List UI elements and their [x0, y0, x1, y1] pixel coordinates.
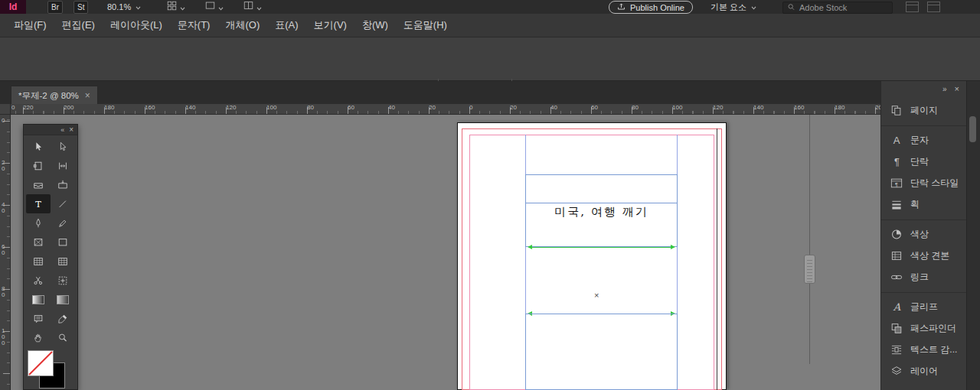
swatches-panel-button[interactable]: 색상 견본	[881, 245, 966, 266]
menu-item[interactable]: 개체(O)	[217, 14, 267, 37]
eyedropper-tool[interactable]	[51, 309, 75, 328]
vertical-ruler[interactable]: 02 04 06 08 01 0 0	[0, 115, 11, 390]
text-wrap-panel-button[interactable]: 텍스트 감...	[881, 339, 966, 360]
arrange-documents-dropdown[interactable]	[243, 0, 262, 14]
app-bar: Id Br St 80.1% Publish Online 기본 요소	[0, 0, 980, 14]
titlebar-button-1[interactable]	[906, 2, 919, 12]
pages-panel-button[interactable]: 페이지	[881, 99, 966, 121]
horizontal-grid-tool[interactable]	[26, 252, 51, 271]
ruler-label: 180	[104, 104, 114, 111]
direct-selection-tool[interactable]	[51, 137, 75, 156]
adobe-stock-search-input[interactable]: Adobe Stock	[782, 2, 893, 14]
tab-close-icon[interactable]: ×	[85, 91, 90, 100]
headline-text[interactable]: 미국, 여행 깨기	[525, 205, 678, 219]
ruler-label: 220	[23, 104, 33, 111]
control-panel: X: 108mm Y: 90mm W: 78mm H: 7mm	[0, 37, 980, 81]
close-icon[interactable]: ×	[69, 126, 74, 134]
swatches-icon	[890, 250, 903, 262]
paragraph-panel-button[interactable]: ¶단락	[881, 151, 966, 172]
rectangle-frame-tool[interactable]	[26, 232, 51, 252]
stroke-icon	[890, 199, 903, 210]
text-frame-divider	[525, 203, 678, 203]
page-tool[interactable]	[26, 156, 51, 175]
collapse-icon[interactable]: «	[60, 126, 64, 134]
horizontal-ruler[interactable]: 0220200180160140120100806040200204060801…	[11, 104, 880, 115]
menu-item[interactable]: 편집(E)	[54, 14, 103, 37]
ruler-label: 100	[266, 104, 276, 111]
workspace-switcher[interactable]: 기본 요소	[710, 0, 756, 14]
ruler-guide[interactable]	[717, 128, 717, 390]
close-icon[interactable]: ×	[955, 84, 959, 93]
menu-item[interactable]: 레이아웃(L)	[103, 14, 170, 37]
character-panel-button[interactable]: A문자	[881, 129, 966, 151]
links-panel-button[interactable]: 링크	[881, 266, 966, 288]
ruler-label: 200	[875, 104, 880, 111]
svg-text:A: A	[893, 301, 901, 313]
panel-label: 페이지	[910, 104, 938, 117]
ruler-label: 60	[348, 104, 354, 111]
view-options-dropdown[interactable]	[167, 0, 185, 14]
glyphs-icon: A	[890, 301, 903, 313]
paragraph-styles-icon: ¶	[890, 177, 903, 189]
document-tab-bar: *무제-2 @ 80% ×	[0, 81, 880, 104]
tools-panel-header[interactable]: « ×	[24, 125, 77, 135]
menu-item[interactable]: 도움말(H)	[396, 14, 455, 37]
expand-panels-icon[interactable]: »	[942, 85, 946, 93]
ruler-origin-corner[interactable]	[0, 104, 11, 115]
free-transform-tool[interactable]	[51, 271, 75, 290]
character-icon: A	[890, 135, 903, 146]
fill-stroke-swatches	[24, 349, 77, 388]
document-tab[interactable]: *무제-2 @ 80% ×	[11, 86, 98, 105]
stroke-panel-button[interactable]: 획	[881, 193, 966, 215]
bridge-button[interactable]: Br	[47, 1, 63, 14]
selection-tool[interactable]	[26, 137, 51, 156]
note-tool[interactable]	[26, 309, 51, 328]
scissors-tool[interactable]	[26, 271, 51, 290]
paragraph-styles-panel-button[interactable]: ¶단락 스타일	[881, 172, 966, 193]
gradient-feather-tool[interactable]	[51, 290, 75, 309]
vertical-grid-tool[interactable]	[51, 252, 75, 271]
tools-panel: « × T	[23, 124, 78, 390]
zoom-tool[interactable]	[51, 328, 75, 347]
ruler-label: 0	[11, 104, 15, 111]
gradient-tool[interactable]	[26, 290, 51, 309]
publish-online-button[interactable]: Publish Online	[609, 1, 693, 14]
line-tool[interactable]	[51, 194, 75, 213]
pen-tool[interactable]	[26, 213, 51, 232]
chevron-down-icon	[136, 2, 141, 11]
menu-item[interactable]: 문자(T)	[170, 14, 218, 37]
tools-grid: T	[24, 135, 77, 349]
ruler-label: 40	[550, 104, 557, 111]
content-placer-tool[interactable]	[51, 175, 75, 194]
text-frame-body[interactable]	[525, 314, 678, 390]
chevron-down-icon	[180, 0, 185, 14]
pasteboard[interactable]: 미국, 여행 깨기 ×	[11, 115, 880, 390]
color-panel-button[interactable]: 색상	[881, 223, 966, 245]
layers-panel-button[interactable]: 레이어	[881, 360, 966, 382]
rectangle-tool[interactable]	[51, 232, 75, 252]
titlebar-button-2[interactable]	[927, 2, 940, 12]
hand-tool[interactable]	[26, 328, 51, 347]
indesign-window: Id Br St 80.1% Publish Online 기본 요소	[0, 0, 980, 390]
fill-swatch-none[interactable]	[28, 350, 54, 376]
screen-mode-dropdown[interactable]	[205, 0, 224, 14]
scrollbar-thumb[interactable]	[969, 116, 976, 142]
search-icon	[787, 3, 795, 13]
menu-item[interactable]: 보기(V)	[306, 14, 354, 37]
content-collector-tool[interactable]	[26, 175, 51, 194]
chevron-down-icon	[218, 0, 224, 14]
ruler-label: 0	[2, 118, 5, 124]
menu-item[interactable]: 파일(F)	[6, 14, 54, 37]
gap-tool[interactable]	[51, 156, 75, 175]
svg-text:¶: ¶	[894, 157, 900, 167]
ruler-label: 160	[794, 104, 804, 111]
type-tool[interactable]: T	[26, 194, 51, 213]
pencil-tool[interactable]	[51, 213, 75, 232]
pathfinder-panel-button[interactable]: 패스파인더	[881, 317, 966, 339]
glyphs-panel-button[interactable]: A글리프	[881, 296, 966, 317]
stock-button[interactable]: St	[74, 1, 88, 14]
menu-item[interactable]: 표(A)	[267, 14, 305, 37]
divider-handle[interactable]	[804, 255, 815, 284]
menu-item[interactable]: 창(W)	[354, 14, 396, 37]
zoom-level-dropdown[interactable]: 80.1%	[103, 0, 145, 14]
